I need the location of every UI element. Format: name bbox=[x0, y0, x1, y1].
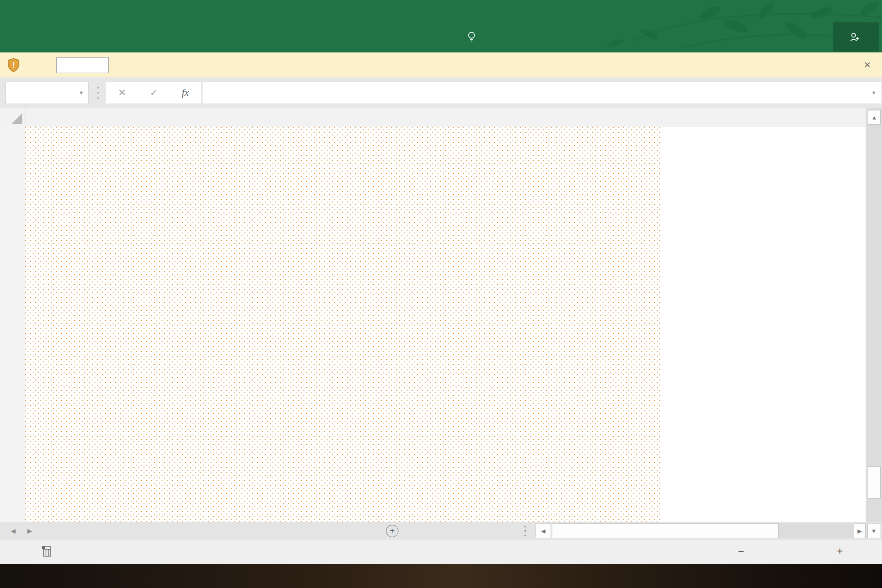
enter-icon[interactable]: ✓ bbox=[150, 87, 158, 98]
row-number-gutter bbox=[0, 127, 25, 522]
windows-taskbar bbox=[0, 564, 882, 588]
name-box[interactable]: ▼ bbox=[5, 82, 89, 104]
prev-sheet-icon[interactable]: ◀ bbox=[6, 522, 21, 539]
share-button[interactable] bbox=[833, 22, 879, 52]
scroll-up-icon[interactable]: ▲ bbox=[868, 110, 881, 125]
enable-content-button[interactable] bbox=[56, 57, 109, 73]
status-bar: − + bbox=[0, 539, 882, 564]
name-box-dropdown-icon[interactable]: ▼ bbox=[79, 82, 84, 104]
vertical-scrollbar[interactable]: ▲ bbox=[866, 108, 882, 522]
zoom-out-icon[interactable]: − bbox=[733, 539, 749, 564]
formula-buttons: ✕ ✓ fx bbox=[106, 82, 201, 104]
fx-icon[interactable]: fx bbox=[182, 87, 189, 98]
sheet-tab-bar: ◀ ▶ + ◀ ▶ ▼ bbox=[0, 522, 882, 539]
zoom-in-icon[interactable]: + bbox=[832, 539, 848, 564]
next-sheet-icon[interactable]: ▶ bbox=[22, 522, 37, 539]
tab-splitter-handle[interactable] bbox=[524, 526, 527, 536]
select-all-button[interactable] bbox=[0, 108, 25, 127]
formula-bar-handle bbox=[95, 87, 101, 99]
scroll-right-icon[interactable]: ▶ bbox=[854, 524, 866, 538]
sheet-grid[interactable] bbox=[25, 127, 866, 522]
ribbon-tab-row bbox=[0, 21, 882, 52]
window-title bbox=[226, 0, 656, 21]
scroll-left-icon[interactable]: ◀ bbox=[536, 524, 551, 538]
column-headers bbox=[0, 108, 882, 127]
formula-bar: ▼ ✕ ✓ fx ▼ bbox=[0, 77, 882, 108]
security-message-bar: ! bbox=[0, 52, 882, 77]
dotted-used-range bbox=[25, 127, 661, 522]
formula-bar-expand-icon[interactable]: ▼ bbox=[871, 82, 876, 104]
scroll-down-icon[interactable]: ▼ bbox=[867, 524, 880, 538]
cancel-icon[interactable]: ✕ bbox=[118, 87, 126, 98]
horizontal-scrollbar[interactable] bbox=[552, 524, 853, 538]
lightbulb-icon bbox=[467, 31, 476, 43]
security-shield-icon: ! bbox=[8, 58, 19, 72]
message-bar-close-icon[interactable]: ✕ bbox=[859, 52, 876, 77]
share-person-icon bbox=[849, 32, 860, 42]
horizontal-scroll-thumb[interactable] bbox=[552, 524, 779, 538]
tell-me-box[interactable] bbox=[467, 21, 481, 52]
new-sheet-icon[interactable]: + bbox=[386, 525, 398, 537]
svg-text:!: ! bbox=[12, 60, 15, 70]
excel-window: ! ✕ ▼ ✕ ✓ fx ▼ ▲ bbox=[0, 0, 882, 588]
vertical-scroll-thumb[interactable] bbox=[868, 466, 881, 499]
taskbar-clock[interactable] bbox=[807, 0, 837, 24]
macro-record-icon[interactable] bbox=[41, 545, 52, 557]
formula-input[interactable]: ▼ bbox=[202, 82, 882, 104]
